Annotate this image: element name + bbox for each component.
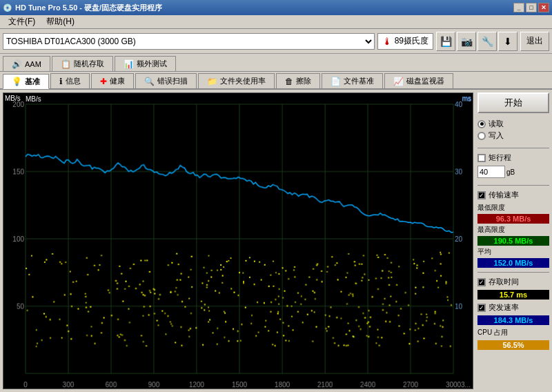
radio-read[interactable]: 读取 (477, 119, 549, 129)
checkbox-burst-rate-label: 突发速率 (489, 302, 519, 313)
tab-disk-monitor[interactable]: 📈 磁盘监视器 (384, 73, 453, 88)
avg-label: 平均 (477, 247, 549, 257)
checkbox-access-time-box: ✓ (477, 278, 486, 286)
checkbox-rect-range-label: 矩行程 (489, 153, 511, 163)
radio-read-label: 读取 (489, 119, 504, 129)
title-bar: 💿 HD Tune Pro 5.50 - 硬盘/固态硬盘实用程序 _ □ ✕ (0, 0, 552, 15)
drive-selector[interactable]: TOSHIBA DT01ACA300 (3000 GB) (3, 33, 375, 50)
checkbox-transfer-rate-box: ✓ (477, 191, 486, 199)
benchmark-icon: 💡 (12, 77, 22, 86)
tab-error-scan[interactable]: 🔍 错误扫描 (135, 73, 197, 88)
tab-random-access[interactable]: 📋 随机存取 (52, 56, 113, 71)
tab-benchmark[interactable]: 💡 基准 (3, 74, 49, 89)
burst-rate-value: 184.3 MB/s (477, 315, 549, 325)
avg-value: 152.0 MB/s (477, 258, 549, 268)
health-icon: ✚ (100, 77, 107, 86)
checkbox-transfer-rate-label: 传输速率 (489, 190, 519, 200)
settings-icon-button[interactable]: 🔧 (477, 32, 497, 51)
tab-aam-label: AAM (25, 60, 41, 68)
access-time-value: 15.7 ms (477, 290, 549, 300)
toolbar: TOSHIBA DT01ACA300 (3000 GB) 🌡 89摄氏度 💾 📷… (0, 29, 552, 54)
radio-write-label: 写入 (489, 130, 504, 141)
checkbox-rect-range-box (477, 154, 486, 162)
menu-bar: 文件(F) 帮助(H) (0, 15, 552, 29)
tabs-row2: 💡 基准 ℹ 信息 ✚ 健康 🔍 错误扫描 📁 文件夹使用率 🗑 擦除 📄 文件… (0, 72, 552, 90)
stats-section: 最低限度 96.3 MB/s 最高限度 190.5 MB/s 平均 152.0 … (477, 203, 549, 268)
toolbar-buttons: 💾 📷 🔧 ⬇ (436, 32, 518, 51)
tabs-row1: 🔊 AAM 📋 随机存取 📊 额外测试 (0, 54, 552, 72)
copy-icon-button[interactable]: 📷 (457, 32, 476, 51)
min-value: 96.3 MB/s (477, 214, 549, 224)
info-icon: ℹ (59, 77, 63, 86)
tab-info-label: 信息 (66, 76, 81, 86)
checkbox-access-time[interactable]: ✓ 存取时间 (477, 277, 549, 287)
radio-write-indicator (477, 132, 486, 140)
temperature-display: 🌡 89摄氏度 (377, 33, 433, 50)
tab-folder-usage[interactable]: 📁 文件夹使用率 (198, 73, 275, 88)
divider-1 (477, 148, 549, 148)
min-label: 最低限度 (477, 203, 549, 213)
file-benchmark-icon: 📄 (331, 77, 341, 86)
tab-error-scan-label: 错误扫描 (157, 76, 188, 86)
folder-usage-icon: 📁 (207, 77, 217, 86)
tab-random-access-label: 随机存取 (74, 59, 104, 69)
checkbox-access-time-label: 存取时间 (489, 277, 519, 287)
checkbox-rect-range[interactable]: 矩行程 (477, 153, 549, 163)
random-access-icon: 📋 (61, 59, 71, 69)
download-icon-button[interactable]: ⬇ (498, 32, 518, 51)
tab-benchmark-label: 基准 (25, 77, 40, 87)
thermometer-icon: 🌡 (382, 36, 392, 47)
tab-health-label: 健康 (110, 76, 125, 86)
benchmark-chart (3, 93, 473, 389)
maximize-button[interactable]: □ (526, 3, 537, 12)
start-button[interactable]: 开始 (477, 92, 549, 113)
mode-radio-group: 读取 写入 (477, 119, 549, 141)
menu-file[interactable]: 文件(F) (3, 14, 41, 29)
tab-erase-label: 擦除 (296, 76, 311, 86)
cpu-label: CPU 占用 (477, 328, 549, 337)
spinbox-input[interactable] (477, 166, 505, 178)
tab-erase[interactable]: 🗑 擦除 (276, 73, 320, 88)
window-controls: _ □ ✕ (513, 3, 549, 12)
chart-area: MB/s ms (3, 92, 473, 389)
y-axis-unit-left: MB/s (5, 95, 21, 102)
radio-write[interactable]: 写入 (477, 130, 549, 141)
max-label: 最高限度 (477, 225, 549, 235)
disk-monitor-icon: 📈 (393, 77, 404, 86)
tab-aam[interactable]: 🔊 AAM (3, 56, 50, 71)
tab-health[interactable]: ✚ 健康 (91, 73, 134, 88)
close-button[interactable]: ✕ (538, 3, 549, 12)
spinbox-unit: gB (506, 168, 515, 176)
tab-disk-monitor-label: 磁盘监视器 (406, 76, 444, 86)
error-scan-icon: 🔍 (144, 77, 155, 86)
checkbox-burst-rate[interactable]: ✓ 突发速率 (477, 302, 549, 313)
window-title: HD Tune Pro 5.50 - 硬盘/固态硬盘实用程序 (12, 3, 513, 13)
erase-icon: 🗑 (285, 77, 293, 86)
save-icon-button[interactable]: 💾 (436, 32, 455, 51)
tab-info[interactable]: ℹ 信息 (50, 73, 90, 88)
tab-folder-usage-label: 文件夹使用率 (220, 76, 266, 86)
spinbox-row: gB (477, 166, 549, 178)
cpu-value: 56.5% (477, 340, 549, 350)
temperature-value: 89摄氏度 (395, 35, 428, 47)
max-value: 190.5 MB/s (477, 236, 549, 246)
right-panel: 开始 读取 写入 矩行程 gB ✓ 传输速率 (476, 90, 552, 392)
tab-file-benchmark[interactable]: 📄 文件基准 (322, 73, 383, 88)
main-content: MB/s ms 开始 读取 写入 矩行程 gB (0, 90, 552, 392)
divider-2 (477, 185, 549, 186)
y-axis-unit-right: ms (462, 95, 471, 102)
tab-extra-tests-label: 额外测试 (137, 59, 167, 69)
exit-button[interactable]: 退出 (520, 32, 549, 51)
radio-read-indicator (477, 120, 486, 128)
checkbox-transfer-rate[interactable]: ✓ 传输速率 (477, 190, 549, 200)
divider-3 (477, 272, 549, 273)
extra-tests-icon: 📊 (124, 59, 134, 69)
menu-help[interactable]: 帮助(H) (41, 14, 80, 29)
minimize-button[interactable]: _ (513, 3, 524, 12)
tab-extra-tests[interactable]: 📊 额外测试 (115, 56, 176, 71)
aam-icon: 🔊 (12, 59, 22, 69)
tab-file-benchmark-label: 文件基准 (344, 76, 374, 86)
checkbox-burst-rate-box: ✓ (477, 304, 486, 312)
app-icon: 💿 (3, 3, 12, 12)
